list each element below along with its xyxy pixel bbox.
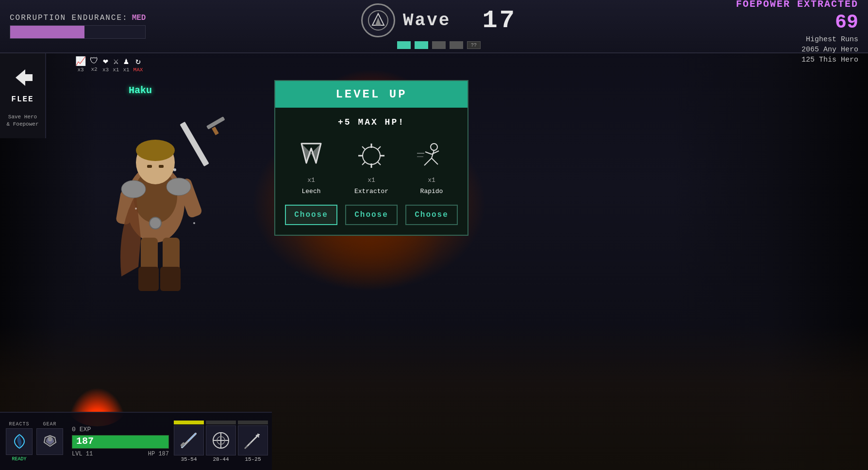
rapido-name: Rapido bbox=[420, 188, 443, 195]
svg-rect-5 bbox=[206, 116, 225, 130]
svg-line-35 bbox=[378, 146, 381, 149]
weapon-bar-3 bbox=[238, 421, 268, 424]
rapido-icon bbox=[412, 139, 451, 173]
shield-mult: x2 bbox=[91, 66, 97, 72]
attack-icon: 📈 bbox=[75, 56, 86, 66]
weapon-slot-1: 35-54 bbox=[174, 421, 204, 462]
svg-line-55 bbox=[245, 446, 247, 448]
svg-rect-48 bbox=[180, 442, 185, 447]
weapon-slot-3: 15-25 bbox=[238, 421, 268, 462]
mountain-icon bbox=[361, 3, 395, 37]
choose-leech-button[interactable]: Choose bbox=[285, 205, 337, 225]
hp-value: 187 bbox=[72, 436, 94, 447]
extractor-icon bbox=[352, 139, 391, 173]
svg-point-11 bbox=[136, 140, 175, 161]
stat-special: ♟ x1 bbox=[123, 56, 129, 73]
hero-character bbox=[58, 73, 262, 306]
choice-extractor: x1 Extractor bbox=[345, 139, 398, 195]
sword-mult: x1 bbox=[113, 67, 119, 73]
svg-rect-16 bbox=[138, 267, 159, 291]
leech-icon bbox=[292, 139, 331, 173]
weapon-icon-1[interactable] bbox=[174, 425, 204, 455]
special-mult: x1 bbox=[123, 67, 129, 73]
stat-heart: ❤ x3 bbox=[102, 56, 109, 73]
svg-line-41 bbox=[425, 152, 432, 154]
flee-icon bbox=[8, 63, 37, 92]
sidebar: FLEE Save Hero & Foepower bbox=[0, 53, 46, 138]
svg-rect-6 bbox=[212, 127, 219, 135]
wave-number: 17 bbox=[483, 6, 517, 35]
hero-name-container: Haku bbox=[129, 85, 152, 96]
reacts-section: REACTS READY bbox=[6, 421, 33, 462]
save-text: Save Hero & Foepower bbox=[6, 113, 38, 129]
exp-hp-section: 0 EXP 187 LVL 11 HP 187 bbox=[72, 426, 169, 457]
reacts-label: REACTS bbox=[9, 421, 29, 427]
ready-label: READY bbox=[12, 456, 26, 462]
svg-marker-26 bbox=[301, 144, 311, 163]
svg-line-49 bbox=[185, 441, 188, 444]
hero-name: Haku bbox=[129, 85, 152, 96]
stat-shield: 🛡 x2 bbox=[90, 56, 99, 72]
leech-name: Leech bbox=[301, 188, 320, 195]
choose-buttons-row: Choose Choose Choose bbox=[285, 205, 458, 225]
svg-rect-13 bbox=[159, 165, 164, 168]
choice-leech: x1 Leech bbox=[285, 139, 337, 195]
leech-multiplier: x1 bbox=[307, 177, 315, 184]
svg-line-54 bbox=[247, 435, 259, 446]
header-right: Total if you return: 140302 FOEPOWER EXT… bbox=[664, 0, 858, 64]
hp-max-value: 187 bbox=[158, 451, 169, 457]
heart-icon: ❤ bbox=[103, 56, 108, 66]
levelup-title: LEVEL UP bbox=[335, 88, 407, 101]
corruption-level: MED bbox=[132, 14, 146, 22]
exp-row: 0 EXP bbox=[72, 426, 169, 433]
choose-rapido-button[interactable]: Choose bbox=[405, 205, 458, 225]
react-gear-section: REACTS READY GEAR bbox=[6, 421, 63, 462]
special-icon: ♟ bbox=[124, 56, 129, 66]
svg-point-20 bbox=[121, 180, 146, 198]
wave-dots: ?? bbox=[397, 41, 481, 49]
svg-line-33 bbox=[362, 146, 365, 149]
react-icon[interactable] bbox=[6, 428, 33, 455]
any-hero-value: 2065 Any Hero bbox=[801, 46, 858, 54]
corruption-bar-fill bbox=[10, 26, 84, 38]
svg-line-40 bbox=[432, 158, 438, 164]
svg-rect-12 bbox=[147, 165, 152, 168]
corruption-label: Corruption Endurance: bbox=[10, 14, 128, 22]
gear-icon[interactable] bbox=[36, 428, 63, 455]
attack-mult: x3 bbox=[77, 67, 83, 73]
header-left: Corruption Endurance: MED bbox=[10, 14, 214, 39]
exp-label: EXP bbox=[80, 426, 91, 433]
choose-extractor-button[interactable]: Choose bbox=[345, 205, 398, 225]
wave-dot-4 bbox=[450, 41, 463, 49]
svg-rect-4 bbox=[180, 122, 209, 167]
hp-max-label: HP 187 bbox=[148, 451, 169, 457]
heart-mult: x3 bbox=[102, 67, 109, 73]
flee-button[interactable]: FLEE bbox=[8, 63, 37, 104]
stat-rotate: ↻ MAX bbox=[134, 56, 143, 73]
svg-line-56 bbox=[249, 442, 251, 444]
choices-row: x1 Leech bbox=[285, 139, 458, 195]
highest-runs-label: Highest Runs bbox=[806, 35, 858, 44]
rotate-mult: MAX bbox=[134, 67, 143, 73]
sword-icon: ⚔ bbox=[113, 56, 118, 66]
svg-point-24 bbox=[193, 222, 195, 224]
svg-rect-45 bbox=[49, 437, 51, 441]
svg-point-9 bbox=[150, 217, 161, 229]
corruption-row: Corruption Endurance: MED bbox=[10, 14, 146, 22]
wave-row: Wave 17 bbox=[361, 3, 517, 37]
weapon-slots: 35-54 28-44 bbox=[174, 421, 268, 462]
weapon-icon-3[interactable] bbox=[238, 425, 268, 455]
hero-stats-row: 📈 x3 🛡 x2 ❤ x3 ⚔ x1 ♟ x1 ↻ MAX bbox=[75, 56, 143, 73]
svg-line-36 bbox=[362, 162, 365, 165]
stat-sword: ⚔ x1 bbox=[113, 56, 119, 73]
svg-line-34 bbox=[378, 162, 381, 165]
rotate-icon: ↻ bbox=[135, 56, 141, 66]
header: Corruption Endurance: MED Wave 17 bbox=[0, 0, 868, 53]
svg-line-39 bbox=[424, 158, 432, 165]
weapon-dmg-2: 28-44 bbox=[213, 456, 229, 462]
weapon-dmg-3: 15-25 bbox=[245, 456, 261, 462]
hp-bar-container: 187 bbox=[72, 435, 169, 449]
hp-bar-bg: 187 bbox=[72, 435, 169, 449]
weapon-icon-2[interactable] bbox=[206, 425, 236, 455]
levelup-modal: LEVEL UP +5 MAX HP! x1 Leech bbox=[274, 80, 468, 236]
